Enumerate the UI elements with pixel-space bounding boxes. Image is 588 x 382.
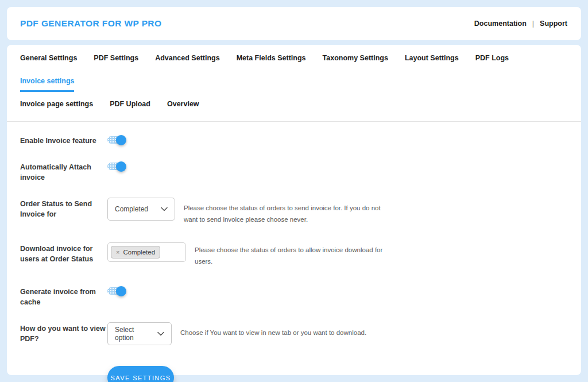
- tab-pdf-logs[interactable]: PDF Logs: [475, 52, 509, 69]
- download-status-multiselect[interactable]: × Completed: [107, 242, 186, 262]
- generate-cache-toggle[interactable]: [107, 287, 125, 295]
- chevron-down-icon: [161, 207, 168, 211]
- tab-invoice-settings[interactable]: Invoice settings: [20, 75, 74, 92]
- form-row-auto-attach: Automatically Attach invoice: [20, 161, 568, 183]
- tab-pdf-upload[interactable]: PDF Upload: [110, 98, 150, 115]
- select-value: Completed: [115, 205, 148, 213]
- toggle-knob: [116, 135, 126, 145]
- tab-layout-settings[interactable]: Layout Settings: [405, 52, 459, 69]
- toggle-knob: [116, 286, 126, 296]
- selected-status-chip: × Completed: [111, 246, 160, 258]
- settings-tab-bar: General Settings PDF Settings Advanced S…: [7, 45, 581, 122]
- form-row-generate-cache: Generate invoice from cache: [20, 285, 568, 307]
- tab-taxonomy-settings[interactable]: Taxonomy Settings: [323, 52, 388, 69]
- field-label: Automatically Attach invoice: [20, 161, 107, 183]
- tab-advanced-settings[interactable]: Advanced Settings: [155, 52, 220, 69]
- field-label: Order Status to Send Invoice for: [20, 198, 107, 219]
- form-row-order-status-send: Order Status to Send Invoice for Complet…: [20, 198, 568, 225]
- field-label: How do you want to view PDF?: [20, 322, 107, 344]
- field-description: Please choose the status of orders to se…: [184, 198, 381, 225]
- form-row-enable-invoice: Enable Invoice feature: [20, 134, 568, 146]
- link-separator: |: [532, 20, 534, 28]
- tab-overview[interactable]: Overview: [167, 98, 199, 115]
- field-label: Enable Invoice feature: [20, 134, 107, 146]
- invoice-settings-form: Enable Invoice feature Automatically Att…: [7, 122, 581, 382]
- save-settings-button[interactable]: SAVE SETTINGS: [107, 366, 174, 382]
- form-row-view-pdf: How do you want to view PDF? Select opti…: [20, 322, 568, 345]
- toggle-knob: [116, 161, 126, 172]
- tab-pdf-settings[interactable]: PDF Settings: [94, 52, 138, 69]
- field-label: Download invoice for users at Order Stat…: [20, 242, 107, 264]
- tab-general-settings[interactable]: General Settings: [20, 52, 77, 69]
- chevron-down-icon: [157, 331, 164, 336]
- enable-invoice-toggle[interactable]: [107, 136, 125, 144]
- field-label: Generate invoice from cache: [20, 285, 107, 307]
- order-status-send-select[interactable]: Completed: [107, 198, 175, 221]
- chip-label: Completed: [123, 249, 155, 256]
- header-links: Documentation | Support: [474, 20, 567, 28]
- auto-attach-toggle[interactable]: [107, 163, 125, 170]
- save-row: SAVE SETTINGS: [107, 366, 568, 382]
- tab-invoice-page-settings[interactable]: Invoice page settings: [20, 98, 93, 115]
- settings-card: General Settings PDF Settings Advanced S…: [7, 45, 581, 375]
- documentation-link[interactable]: Documentation: [474, 20, 527, 28]
- view-pdf-select[interactable]: Select option: [107, 322, 172, 345]
- plugin-header: PDF GENERATOR FOR WP PRO Documentation |…: [7, 7, 581, 40]
- page-title: PDF GENERATOR FOR WP PRO: [20, 18, 161, 29]
- form-row-download-status: Download invoice for users at Order Stat…: [20, 242, 568, 267]
- field-description: Choose if You want to view in new tab or…: [180, 322, 366, 338]
- remove-chip-icon[interactable]: ×: [116, 249, 119, 256]
- field-description: Please choose the status of orders to al…: [195, 242, 382, 267]
- support-link[interactable]: Support: [540, 20, 567, 28]
- tab-meta-fields-settings[interactable]: Meta Fields Settings: [237, 52, 306, 69]
- select-value: Select option: [115, 326, 153, 342]
